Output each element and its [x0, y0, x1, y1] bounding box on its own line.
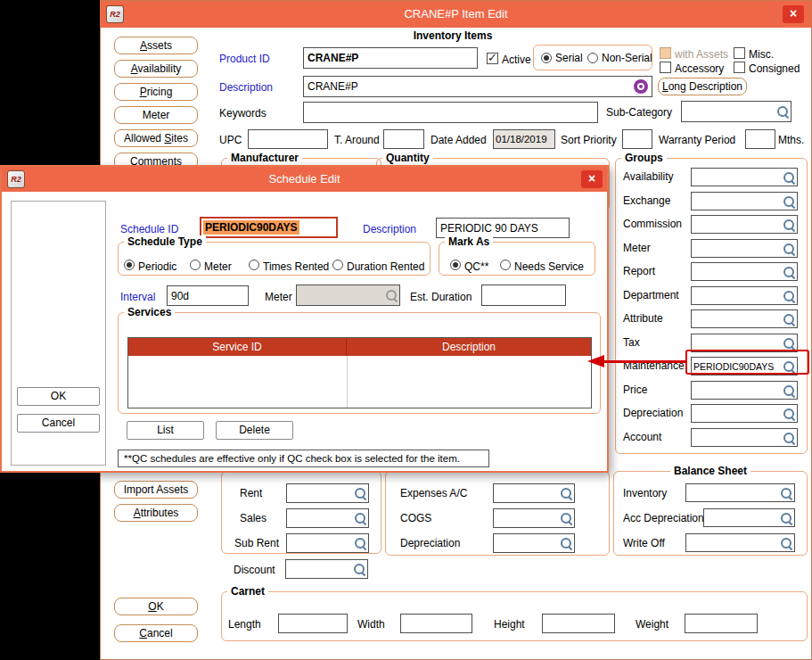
group-depreciation-input[interactable] — [692, 407, 782, 421]
depreciation-field[interactable] — [493, 533, 575, 553]
search-icon[interactable] — [782, 431, 796, 445]
active-checkbox[interactable] — [487, 53, 498, 64]
search-icon[interactable] — [782, 242, 796, 256]
sidebar-button-allowed-sites[interactable]: Allowed Sites — [114, 129, 198, 147]
search-icon[interactable] — [559, 536, 573, 550]
group-availability-input[interactable] — [692, 170, 782, 185]
group-commission-input[interactable] — [692, 218, 782, 232]
services-table[interactable]: Service ID Description — [127, 337, 592, 408]
search-icon[interactable] — [559, 486, 573, 500]
service-id-column-header[interactable]: Service ID — [128, 338, 347, 356]
search-icon[interactable] — [353, 511, 367, 525]
sub-rent-field[interactable] — [286, 533, 369, 553]
sales-field[interactable] — [286, 508, 369, 528]
search-icon[interactable] — [782, 218, 796, 232]
expenses-ac-input[interactable] — [494, 486, 559, 500]
group-report-input[interactable] — [692, 265, 782, 279]
periodic-radio[interactable] — [124, 260, 135, 270]
non-serial-radio[interactable] — [587, 53, 598, 63]
search-icon[interactable] — [782, 312, 796, 326]
accessory-checkbox[interactable] — [660, 62, 671, 73]
keywords-input[interactable] — [303, 102, 598, 123]
search-icon[interactable] — [782, 170, 796, 185]
duration-rented-radio[interactable] — [332, 260, 343, 270]
date-added-input[interactable] — [493, 129, 555, 149]
interval-input[interactable] — [167, 285, 249, 306]
group-price-field[interactable] — [691, 381, 798, 400]
group-account-input[interactable] — [692, 431, 782, 445]
group-tax-input[interactable] — [692, 336, 782, 351]
sidebar-button-import-assets[interactable]: Import Assets — [114, 481, 198, 499]
search-icon[interactable] — [353, 486, 367, 500]
description-field[interactable] — [303, 76, 652, 97]
width-input[interactable] — [400, 614, 472, 633]
group-depreciation-field[interactable] — [691, 404, 798, 423]
search-icon[interactable] — [782, 407, 796, 421]
balance-acc-depreciation-field[interactable] — [703, 508, 795, 527]
search-icon[interactable] — [782, 289, 796, 303]
group-attribute-input[interactable] — [692, 312, 782, 326]
schedule-ok-button[interactable]: OK — [17, 387, 100, 406]
search-icon[interactable] — [782, 265, 796, 279]
sales-input[interactable] — [287, 511, 353, 525]
group-department-input[interactable] — [692, 289, 782, 303]
balance-write-off-field[interactable] — [685, 533, 795, 552]
warranty-period-input[interactable] — [745, 129, 775, 149]
item-edit-ok-button[interactable]: OK — [114, 598, 198, 615]
schedule-cancel-button[interactable]: Cancel — [17, 414, 100, 433]
close-icon[interactable]: × — [581, 170, 603, 188]
sub-category-field[interactable] — [681, 101, 791, 122]
search-icon[interactable] — [782, 384, 796, 398]
sort-priority-input[interactable] — [622, 129, 652, 149]
group-department-field[interactable] — [691, 286, 798, 305]
group-exchange-field[interactable] — [691, 192, 798, 210]
upc-input[interactable] — [248, 129, 328, 149]
schedule-id-field[interactable]: PERIODIC90DAYS — [200, 217, 338, 238]
search-icon[interactable] — [353, 536, 367, 550]
search-icon[interactable] — [352, 562, 366, 576]
sidebar-button-assets[interactable]: Assets — [114, 37, 198, 54]
group-price-input[interactable] — [692, 384, 782, 398]
balance-inventory-input[interactable] — [686, 486, 779, 500]
rent-input[interactable] — [287, 486, 353, 500]
item-edit-cancel-button[interactable]: Cancel — [114, 624, 198, 642]
weight-input[interactable] — [685, 614, 758, 633]
group-availability-field[interactable] — [691, 168, 798, 186]
search-icon[interactable] — [779, 536, 793, 550]
qc-radio[interactable] — [450, 260, 461, 270]
cogs-field[interactable] — [493, 508, 575, 528]
rent-field[interactable] — [286, 483, 369, 503]
sub-rent-input[interactable] — [287, 536, 353, 550]
cogs-input[interactable] — [494, 511, 559, 525]
description-column-header[interactable]: Description — [347, 338, 591, 356]
item-edit-titlebar[interactable]: R2 CRANE#P Item Edit × — [101, 1, 811, 28]
close-icon[interactable]: × — [783, 5, 804, 23]
group-meter-field[interactable] — [691, 239, 798, 258]
times-rented-radio[interactable] — [249, 260, 259, 270]
est-duration-input[interactable] — [481, 285, 566, 306]
list-button[interactable]: List — [127, 421, 204, 440]
t-around-input[interactable] — [383, 129, 424, 149]
discount-input[interactable] — [286, 562, 352, 576]
group-commission-field[interactable] — [691, 215, 798, 234]
search-icon[interactable] — [782, 194, 796, 209]
group-report-field[interactable] — [691, 262, 798, 281]
sidebar-button-meter[interactable]: Meter — [114, 106, 198, 124]
search-icon[interactable] — [779, 486, 793, 500]
description-input[interactable] — [304, 79, 634, 94]
search-icon[interactable] — [782, 336, 796, 351]
sub-category-input[interactable] — [682, 104, 775, 119]
balance-write-off-input[interactable] — [686, 536, 779, 550]
balance-inventory-field[interactable] — [685, 483, 795, 502]
services-table-body[interactable] — [128, 356, 591, 408]
long-description-button[interactable]: Long Description — [658, 78, 747, 95]
depreciation-input[interactable] — [494, 536, 559, 550]
serial-radio[interactable] — [541, 53, 552, 63]
group-attribute-field[interactable] — [691, 309, 798, 328]
balance-acc-depreciation-input[interactable] — [704, 511, 779, 525]
rich-text-icon[interactable] — [634, 79, 648, 94]
misc-checkbox[interactable] — [734, 47, 745, 59]
search-icon[interactable] — [775, 104, 790, 119]
group-meter-input[interactable] — [692, 242, 782, 256]
sidebar-button-availability[interactable]: Availability — [114, 60, 198, 78]
